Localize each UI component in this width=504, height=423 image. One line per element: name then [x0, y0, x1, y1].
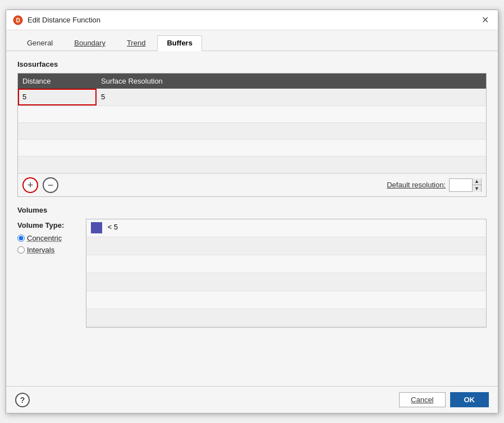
volume-type-label: Volume Type: — [17, 221, 79, 229]
surface-res-cell — [97, 105, 486, 122]
iso-toolbar-right: Default resolution: 14.0 ▲ ▼ — [387, 178, 482, 192]
distance-cell — [18, 139, 97, 156]
table-row[interactable]: 5 5 — [18, 89, 486, 105]
table-row[interactable] — [18, 105, 486, 122]
volume-color-label — [86, 255, 486, 273]
default-resolution-value[interactable]: 14.0 — [450, 179, 472, 191]
volume-row[interactable] — [86, 309, 486, 327]
default-resolution-input[interactable]: 14.0 ▲ ▼ — [449, 178, 482, 192]
tab-bar: General Boundary Trend Buffers — [6, 30, 498, 51]
table-row[interactable] — [18, 122, 486, 139]
tab-boundary[interactable]: Boundary — [65, 35, 115, 51]
volume-type-panel: Volume Type: Concentric Intervals — [17, 219, 79, 254]
table-row[interactable] — [18, 156, 486, 173]
concentric-option[interactable]: Concentric — [17, 234, 79, 242]
ok-button[interactable]: OK — [450, 392, 489, 407]
intervals-label: Intervals — [27, 246, 54, 254]
volume-row[interactable] — [86, 273, 486, 291]
volume-color-label: < 5 — [86, 219, 486, 237]
tab-trend[interactable]: Trend — [117, 35, 155, 51]
footer-left: ? — [15, 393, 30, 407]
footer-right: Cancel OK — [399, 392, 489, 407]
add-row-button[interactable]: + — [22, 177, 38, 193]
distance-cell[interactable]: 5 — [18, 89, 97, 105]
tab-general[interactable]: General — [17, 35, 62, 51]
dialog-icon: D — [13, 15, 23, 25]
svg-text:D: D — [16, 17, 20, 24]
remove-row-button[interactable]: − — [43, 177, 58, 193]
volumes-section: Volume Type: Concentric Intervals — [17, 219, 487, 328]
distance-cell — [18, 122, 97, 139]
surface-res-cell: 5 — [97, 89, 486, 105]
tab-buffers[interactable]: Buffers — [157, 35, 202, 51]
title-bar: D Edit Distance Function ✕ — [6, 10, 498, 30]
distance-cell — [18, 156, 97, 173]
volume-row[interactable] — [86, 291, 486, 309]
volume-color-label — [86, 273, 486, 291]
color-swatch[interactable] — [91, 222, 102, 233]
concentric-label: Concentric — [27, 234, 62, 242]
volumes-title: Volumes — [17, 206, 487, 214]
help-button[interactable]: ? — [15, 393, 30, 407]
volumes-table-panel: < 5 — [86, 219, 487, 328]
intervals-radio[interactable] — [17, 246, 25, 254]
spin-buttons: ▲ ▼ — [472, 178, 481, 192]
title-bar-left: D Edit Distance Function — [13, 15, 100, 25]
col-surface-resolution: Surface Resolution — [97, 73, 486, 89]
volumes-section-wrapper: Volume Type: Concentric Intervals — [17, 219, 487, 328]
intervals-option[interactable]: Intervals — [17, 246, 79, 254]
default-resolution-label: Default resolution: — [387, 181, 446, 189]
volume-label: < 5 — [108, 223, 118, 232]
edit-distance-function-dialog: D Edit Distance Function ✕ General Bound… — [6, 10, 498, 413]
surface-res-cell — [97, 156, 486, 173]
isosurfaces-title: Isosurfaces — [17, 60, 487, 68]
volume-color-label — [86, 291, 486, 309]
spin-down-button[interactable]: ▼ — [472, 185, 481, 192]
table-row[interactable] — [18, 139, 486, 156]
volume-color-label — [86, 237, 486, 255]
iso-toolbar: + − Default resolution: 14.0 ▲ ▼ — [18, 173, 486, 196]
volumes-table: < 5 — [86, 219, 486, 328]
close-button[interactable]: ✕ — [479, 16, 491, 25]
volume-color-label — [86, 309, 486, 327]
volume-row[interactable] — [86, 237, 486, 255]
volume-row[interactable] — [86, 255, 486, 273]
surface-res-cell — [97, 122, 486, 139]
dialog-footer: ? Cancel OK — [6, 386, 498, 413]
isosurfaces-table: Distance Surface Resolution 5 5 — [18, 73, 486, 173]
concentric-radio[interactable] — [17, 235, 25, 242]
isosurfaces-panel: Distance Surface Resolution 5 5 — [17, 73, 487, 197]
dialog-body: Isosurfaces Distance Surface Resolution … — [6, 51, 498, 386]
surface-res-cell — [97, 139, 486, 156]
dialog-title: Edit Distance Function — [28, 16, 100, 24]
volume-row[interactable]: < 5 — [86, 219, 486, 237]
cancel-button[interactable]: Cancel — [399, 392, 445, 407]
spin-up-button[interactable]: ▲ — [472, 178, 481, 186]
distance-cell — [18, 105, 97, 122]
col-distance: Distance — [18, 73, 97, 89]
